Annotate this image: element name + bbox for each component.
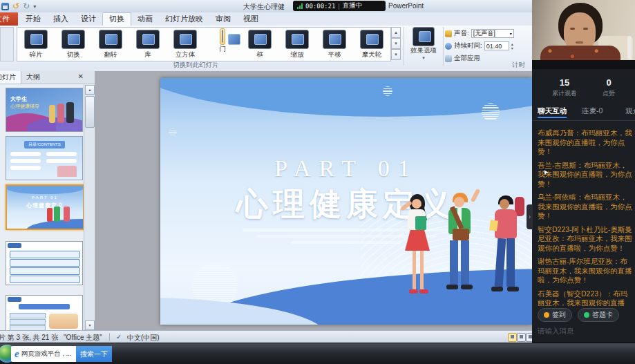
tab-insert[interactable]: 插入 [47, 12, 75, 26]
thumbnail-slide-4[interactable] [6, 241, 83, 285]
likes-count: 0 [591, 77, 626, 88]
duration-spinner[interactable]: ▴▾ [511, 42, 513, 50]
transition-switch[interactable]: 切换 [55, 28, 92, 59]
transition-group-label: 切换到此幻灯片 [173, 61, 219, 70]
chat-tab-mic[interactable]: 连麦-0 [582, 106, 603, 116]
tab-slides-thumbnails[interactable]: 幻灯片 [0, 71, 21, 84]
students-illustration [399, 189, 532, 323]
chat-message: 石美器（智交D223）：布玛丽亚木，我来围观你的直播啦，为你点赞！ [538, 289, 633, 307]
save-icon[interactable] [1, 3, 9, 10]
stream-timer: 00:00:21 [305, 3, 335, 10]
duration-icon [445, 43, 452, 50]
taskbar: e 网页游戏平台 , ... 搜索一下 ▶ ➤ ➣ W P S [0, 343, 635, 364]
chat-message: 谢热古丽-库尔班尼亚孜：布玛丽亚木，我来围观你的直播啦，为你点赞！ [538, 257, 633, 285]
views-label: 累计观看 [547, 89, 582, 98]
ie-icon: e [15, 348, 19, 360]
thumbnail-slide-1[interactable]: 大学生 心理健康辅导 [6, 88, 83, 132]
screen: ↺ ↻ ▾ 大学生心理健 PowerPoint 00:00:21 | 直播中 文… [0, 0, 635, 364]
view-sorter-button[interactable] [517, 333, 526, 342]
slides-panel-tabs: 幻灯片 大纲 ✕ [0, 71, 95, 84]
view-normal-button[interactable] [508, 333, 517, 342]
taskbar-search-button[interactable]: 搜索一下 [76, 346, 112, 362]
thumbnail-slide-3-selected[interactable]: PART 01 心理健康定义 [6, 184, 84, 230]
checkin-button[interactable]: 签到 [538, 308, 572, 322]
tab-transitions[interactable]: 切换 [102, 12, 131, 26]
qat-dropdown-icon[interactable]: ▾ [33, 3, 36, 10]
tab-review[interactable]: 审阅 [209, 12, 237, 26]
panel-collapse-handle[interactable]: › [527, 204, 533, 229]
apply-all-icon [445, 55, 452, 62]
webcam-bottom-bar [532, 60, 635, 69]
transition-box[interactable]: 框 [241, 28, 278, 59]
tab-view[interactable]: 视图 [237, 12, 265, 26]
tab-animations[interactable]: 动画 [131, 12, 159, 26]
checkin-dot-icon [544, 312, 549, 318]
duration-label: 持续时间: [454, 41, 482, 50]
taskbar-search-widget[interactable]: e 网页游戏平台 , ... 搜索一下 [11, 346, 112, 362]
chat-tab-interaction[interactable]: 聊天互动 [538, 106, 567, 116]
doors-icon [222, 30, 223, 43]
chat-input[interactable]: 请输入消息 [538, 327, 629, 336]
scrollbar-thumb[interactable] [85, 96, 95, 128]
title-bar: ↺ ↻ ▾ 大学生心理健 PowerPoint [0, 0, 532, 13]
transition-gallery-fx[interactable]: 库 [129, 28, 167, 59]
transition-doors-selected[interactable]: 门 [204, 28, 241, 54]
zoom-icon [285, 30, 309, 49]
scroll-up-icon[interactable]: ▴ [85, 85, 95, 95]
language-indicator[interactable]: 中文(中国) [127, 333, 160, 343]
tab-outline[interactable]: 大纲 [21, 71, 45, 84]
striped-circle-left [169, 128, 177, 136]
striped-circle-small [383, 86, 392, 96]
gallery-more-button[interactable]: ▾ [391, 49, 401, 60]
quick-access-toolbar: ↺ ↻ ▾ [1, 1, 36, 11]
sound-select[interactable]: [无声音] ▾ [471, 29, 514, 38]
tab-slideshow[interactable]: 幻灯片放映 [159, 12, 209, 26]
view-reading-button[interactable] [526, 333, 532, 342]
thumb3-part: PART 01 [7, 195, 83, 200]
close-panel-icon[interactable]: ✕ [78, 73, 84, 80]
tab-home[interactable]: 开始 [19, 12, 47, 26]
chat-message: 智交D223-阿卜杜乃比-奥斯曼尼亚孜：布玛丽亚木，我来围观你的直播啦，为你点赞… [538, 225, 633, 253]
thumbnail-slide-2[interactable]: 目录/CONTENTS [6, 136, 83, 180]
chat-message-list[interactable]: 布威再乃普：布玛丽亚木，我来围观你的直播啦，为你点赞！ 吾兰-吉恩斯：布玛丽亚木… [538, 128, 633, 307]
tab-file[interactable]: 文件 [0, 12, 18, 26]
slide-part-label: PART 01 [160, 155, 532, 182]
cube-icon [173, 30, 197, 49]
chat-actions: 签到 答题卡 [538, 308, 619, 322]
chat-tab-viewers[interactable]: 观众 [625, 106, 635, 116]
window-title-app: PowerPoint [388, 2, 424, 10]
duration-input[interactable]: 01.40 [484, 41, 509, 50]
answer-card-button[interactable]: 答题卡 [578, 308, 619, 322]
signal-icon [297, 3, 303, 9]
active-tab-underline [538, 117, 567, 118]
thumbnails-scrollbar[interactable]: ▴ ▾ [84, 85, 94, 330]
webcam-scroll-pill [627, 36, 632, 59]
top-wave [160, 78, 532, 117]
student-woman [399, 194, 442, 318]
effect-options-button[interactable]: 效果选项 ▾ [406, 27, 441, 61]
transition-shred[interactable]: 碎片 [17, 28, 55, 59]
transition-pan[interactable]: 平移 [316, 28, 353, 59]
ferris-wheel-icon [360, 30, 383, 49]
taskbar-search-text[interactable]: 网页游戏平台 , ... [21, 349, 76, 358]
timing-group-label: 计时 [512, 61, 525, 70]
webcam-view [532, 0, 635, 69]
livestream-panel: 15 累计观看 0 点赞 聊天互动 连麦-0 观众 布威再乃普：布玛丽亚木，我来… [532, 0, 635, 343]
theme-name: "Office 主题" [64, 333, 102, 343]
transition-zoom[interactable]: 缩放 [278, 28, 316, 59]
transition-ferris[interactable]: 摩天轮 [353, 28, 390, 59]
gallery-scroll-down[interactable]: ▾ [391, 38, 401, 49]
gallery-scroll-up[interactable]: ▴ [391, 27, 401, 38]
tab-design[interactable]: 设计 [75, 12, 102, 26]
transition-cube[interactable]: 立方体 [167, 28, 204, 59]
thumbnail-slide-5[interactable] [6, 295, 83, 331]
slides-panel: 幻灯片 大纲 ✕ 大学生 心理健康辅导 目录/CONTENTS [0, 71, 95, 330]
scroll-down-icon[interactable]: ▾ [85, 320, 95, 330]
spellcheck-icon[interactable]: ✓ [116, 333, 122, 341]
likes-stat: 0 点赞 [591, 77, 626, 98]
undo-icon[interactable]: ↺ [12, 1, 19, 11]
transition-flip[interactable]: 翻转 [92, 28, 129, 59]
gallery-scroll-buttons: ▴ ▾ ▾ [391, 27, 401, 60]
preview-button-clipped[interactable] [0, 27, 14, 61]
redo-icon[interactable]: ↻ [23, 1, 30, 11]
